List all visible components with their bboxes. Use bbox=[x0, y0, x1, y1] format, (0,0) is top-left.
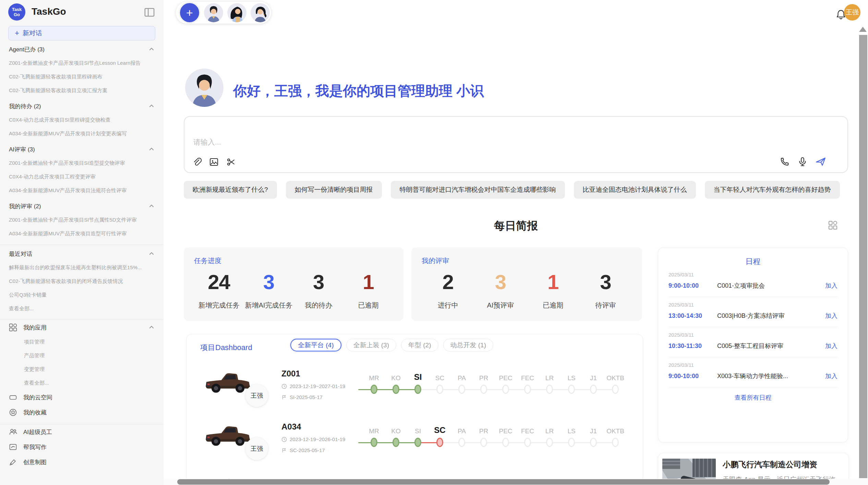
sidebar-item[interactable]: 公司Q3轻卡销量 bbox=[0, 288, 164, 302]
sidebar-item[interactable]: Z001-全新燃油皮卡产品开发项目SI节点Lesson Learn报告 bbox=[0, 56, 164, 70]
sidebar-group-header[interactable]: 最近对话 bbox=[0, 247, 164, 261]
dashboard-tab[interactable]: 年型 (2) bbox=[401, 339, 438, 351]
event-join-link[interactable]: 加入 bbox=[825, 342, 837, 350]
user-avatar[interactable]: 王强 bbox=[844, 4, 860, 21]
screenshot-scissors-icon[interactable] bbox=[226, 157, 236, 167]
dashboard-tab[interactable]: 动总开发 (1) bbox=[443, 339, 494, 351]
milestone-dot bbox=[568, 385, 575, 394]
sidebar-item[interactable]: C02-飞腾新能源轻客改款项目立项汇报方案 bbox=[0, 84, 164, 97]
sidebar-group: AI评审 (3) Z001-全新燃油轻卡产品开发项目SI造型提交物评审C0X4-… bbox=[0, 142, 164, 197]
sidebar-item[interactable]: Z001-全新燃油轻卡产品开发项目SI节点属性5D文件评审 bbox=[0, 213, 164, 227]
sidebar-item-cloud-space[interactable]: 我的云空间 bbox=[0, 390, 164, 405]
suggestion-chip[interactable]: 当下年轻人对汽车外观有怎样的喜好趋势 bbox=[705, 181, 840, 199]
collapse-sidebar-icon[interactable] bbox=[144, 8, 155, 17]
event-join-link[interactable]: 加入 bbox=[825, 372, 837, 380]
stat-item: 1 已逾期 bbox=[343, 270, 393, 310]
my-apps-label: 我的应用 bbox=[23, 324, 47, 332]
add-agent-button[interactable]: + bbox=[179, 2, 200, 23]
microphone-icon[interactable] bbox=[797, 157, 808, 167]
project-dashboard-card: 项目Dashboard 全新平台 (4)全新上装 (3)年型 (2)动总开发 (… bbox=[186, 334, 643, 485]
sidebar-group-header[interactable]: 我的待办 (2) bbox=[0, 99, 164, 113]
milestone-label: PEC bbox=[495, 374, 517, 382]
voice-call-icon[interactable] bbox=[780, 157, 790, 167]
flag-icon bbox=[281, 395, 287, 400]
suggestion-chip[interactable]: 比亚迪全固态电池计划具体说了什么 bbox=[574, 181, 696, 199]
milestone-dot bbox=[436, 385, 443, 394]
project-row[interactable]: 王强 Z001 2023-12-19~2027-01-19 SI-2025-05… bbox=[186, 367, 642, 420]
dashboard-tabs: 全新平台 (4)全新上装 (3)年型 (2)动总开发 (1) bbox=[290, 339, 493, 351]
milestone-dot bbox=[524, 438, 531, 447]
stat-item: 1 已逾期 bbox=[527, 270, 579, 310]
event-time: 13:00-14:30 bbox=[668, 312, 717, 320]
schedule-title: 日程 bbox=[658, 257, 848, 267]
sidebar-app-project-mgmt[interactable]: 项目管理 bbox=[0, 335, 164, 349]
milestone-label: FEC bbox=[517, 427, 539, 435]
chat-input-card[interactable]: 请输入... bbox=[184, 116, 848, 173]
sidebar-item[interactable]: A034-全新新能源MUV产品开发项目计划变更表编写 bbox=[0, 127, 164, 140]
stat-item: 3 新增AI完成任务 bbox=[244, 270, 293, 310]
stat-value: 3 bbox=[244, 270, 293, 294]
sidebar-item[interactable]: 查看全部... bbox=[0, 302, 164, 315]
vertical-scrollbar-up-arrow[interactable] bbox=[859, 27, 867, 32]
sidebar-group-label: 我的待办 (2) bbox=[9, 102, 41, 110]
sidebar-app-view-all[interactable]: 查看全部... bbox=[0, 376, 164, 390]
project-row[interactable]: 王强 A034 2023-12-19~2026-01-19 SC-2025-05… bbox=[186, 420, 642, 473]
sidebar-app-product-mgmt[interactable]: 产品管理 bbox=[0, 349, 164, 362]
attach-image-icon[interactable] bbox=[209, 157, 219, 167]
event-join-link[interactable]: 加入 bbox=[825, 282, 837, 290]
event-join-link[interactable]: 加入 bbox=[825, 312, 837, 320]
dashboard-tab[interactable]: 全新平台 (4) bbox=[290, 339, 341, 351]
daily-briefing-title: 每日简报 bbox=[184, 219, 848, 234]
divider bbox=[0, 245, 164, 245]
sidebar-group-header[interactable]: 我的评审 (2) bbox=[0, 199, 164, 213]
sidebar-item[interactable]: C02-飞腾新能源轻客改款项目里程碑画布 bbox=[0, 70, 164, 84]
milestone-label: SC bbox=[429, 374, 451, 382]
event-date: 2025/03/11 bbox=[668, 302, 837, 308]
sidebar-group-header[interactable]: AI评审 (3) bbox=[0, 142, 164, 156]
milestone-label: KO bbox=[385, 427, 407, 435]
creative-drawing-label: 创意制图 bbox=[23, 458, 47, 466]
attach-file-icon[interactable] bbox=[192, 157, 202, 167]
milestone-dot bbox=[436, 438, 443, 447]
app-logo: Task Go bbox=[8, 3, 25, 21]
milestone-label: PR bbox=[473, 427, 495, 435]
sidebar-item[interactable]: C02-飞腾新能源轻客改款项目的闭环通告反馈情况 bbox=[0, 274, 164, 288]
stat-value: 2 bbox=[422, 270, 474, 294]
sidebar-app-change-mgmt[interactable]: 变更管理 bbox=[0, 362, 164, 376]
sidebar-item[interactable]: A034-全新新能源MUV产品开发项目造型可行性评审 bbox=[0, 227, 164, 240]
sidebar-item-creative-drawing[interactable]: 创意制图 bbox=[0, 455, 164, 470]
sidebar-item[interactable]: A034-全新新能源MUV产品开发项目法规符合性评审 bbox=[0, 184, 164, 197]
sidebar-item-favorites[interactable]: 我的收藏 bbox=[0, 405, 164, 420]
agent-avatar-1[interactable] bbox=[204, 3, 223, 22]
sidebar-group-label: AI评审 (3) bbox=[9, 146, 35, 153]
sidebar-item[interactable]: Z001-全新燃油轻卡产品开发项目SI造型提交物评审 bbox=[0, 156, 164, 170]
sidebar-item-ai-super-staff[interactable]: AI超级员工 bbox=[0, 424, 164, 439]
sidebar-group-header[interactable]: Agent已办 (3) bbox=[0, 42, 164, 56]
vertical-scrollbar-thumb[interactable] bbox=[859, 35, 867, 478]
send-icon[interactable] bbox=[815, 157, 826, 167]
dashboard-tab[interactable]: 全新上装 (3) bbox=[346, 339, 397, 351]
agent-avatar-2[interactable] bbox=[227, 3, 246, 22]
cloud-space-label: 我的云空间 bbox=[23, 394, 52, 401]
milestone-label: PEC bbox=[495, 427, 517, 435]
new-chat-button[interactable]: + 新对话 bbox=[8, 26, 155, 40]
view-all-schedule-link[interactable]: 查看所有日程 bbox=[658, 394, 848, 402]
sidebar-item-help-me-write[interactable]: 帮我写作 bbox=[0, 439, 164, 455]
sidebar-item[interactable]: 解释最新出台的欧盟报废车法规再生塑料比例被调至15%... bbox=[0, 261, 164, 274]
stat-value: 3 bbox=[294, 270, 343, 294]
writing-icon bbox=[9, 443, 17, 451]
project-code: Z001 bbox=[281, 369, 300, 378]
milestone-dot bbox=[568, 438, 575, 447]
briefing-layout-icon[interactable] bbox=[828, 221, 837, 230]
suggestion-chip[interactable]: 欧洲新规最近颁布了什么? bbox=[184, 181, 277, 199]
suggestion-chip[interactable]: 如何写一份清晰的项目周报 bbox=[286, 181, 382, 199]
suggestion-chip[interactable]: 特朗普可能对进口汽车增税会对中国车企造成哪些影响 bbox=[391, 181, 565, 199]
sidebar-item[interactable]: C0X4-动力总成开发项目工程变更评审 bbox=[0, 170, 164, 184]
horizontal-scrollbar-thumb[interactable] bbox=[177, 479, 830, 485]
logo-line1: Task bbox=[12, 7, 22, 12]
event-title: C001-立项审批会 bbox=[717, 282, 825, 290]
milestone-label: PA bbox=[451, 374, 473, 382]
sidebar-item-my-apps[interactable]: 我的应用 bbox=[0, 320, 164, 335]
agent-avatar-3[interactable] bbox=[251, 3, 270, 22]
sidebar-item[interactable]: C0X4-动力总成开发项目SI里程碑提交物检查 bbox=[0, 113, 164, 127]
